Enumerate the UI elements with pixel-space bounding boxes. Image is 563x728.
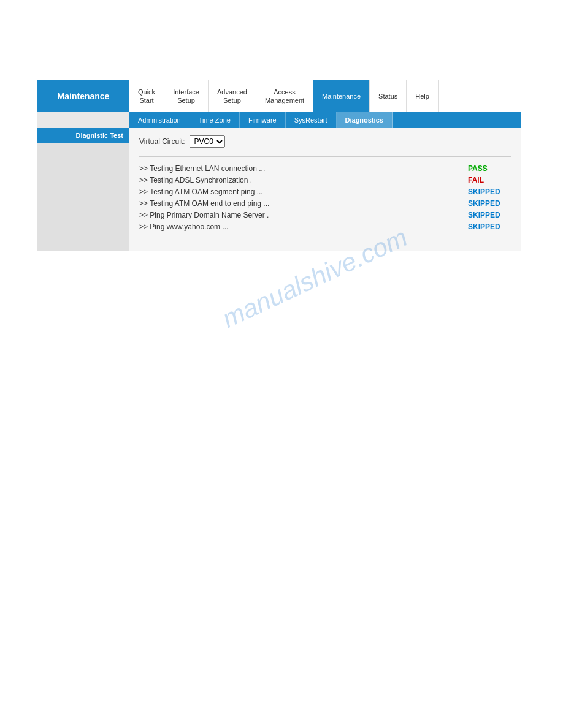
test-label-atm-end: >> Testing ATM OAM end to end ping ... bbox=[139, 199, 462, 208]
divider bbox=[139, 156, 511, 157]
nav-item-advanced-setup[interactable]: Advanced Setup bbox=[209, 80, 256, 112]
table-row: >> Testing ATM OAM segment ping ... SKIP… bbox=[139, 188, 511, 196]
virtual-circuit-row: Virtual Circuit: PVC0 PVC1 PVC2 PVC3 PVC… bbox=[139, 135, 511, 148]
table-row: >> Ping Primary Domain Name Server . SKI… bbox=[139, 211, 511, 219]
test-status-yahoo: SKIPPED bbox=[468, 222, 511, 231]
top-nav: Maintenance Quick Start Interface Setup … bbox=[37, 80, 521, 112]
table-row: >> Ping www.yahoo.com ... SKIPPED bbox=[139, 222, 511, 231]
test-label-dns: >> Ping Primary Domain Name Server . bbox=[139, 211, 462, 219]
subnav-sysrestart[interactable]: SysRestart bbox=[286, 112, 337, 128]
nav-item-status[interactable]: Status bbox=[370, 80, 407, 112]
table-row: >> Testing ATM OAM end to end ping ... S… bbox=[139, 199, 511, 208]
virtual-circuit-select[interactable]: PVC0 PVC1 PVC2 PVC3 PVC4 PVC5 PVC6 PVC7 bbox=[190, 135, 225, 148]
nav-items: Quick Start Interface Setup Advanced Set… bbox=[129, 80, 521, 112]
table-row: >> Testing ADSL Synchronization . FAIL bbox=[139, 176, 511, 184]
test-label-yahoo: >> Ping www.yahoo.com ... bbox=[139, 222, 462, 231]
test-label-adsl: >> Testing ADSL Synchronization . bbox=[139, 176, 462, 184]
test-label-atm-segment: >> Testing ATM OAM segment ping ... bbox=[139, 188, 462, 196]
subnav-diagnostics[interactable]: Diagnostics bbox=[337, 112, 393, 128]
nav-item-maintenance[interactable]: Maintenance bbox=[313, 80, 370, 112]
brand-label: Maintenance bbox=[37, 80, 129, 112]
test-status-dns: SKIPPED bbox=[468, 211, 511, 219]
subnav-firmware[interactable]: Firmware bbox=[240, 112, 286, 128]
main-content: Virtual Circuit: PVC0 PVC1 PVC2 PVC3 PVC… bbox=[129, 128, 521, 251]
test-status-atm-end: SKIPPED bbox=[468, 199, 511, 208]
nav-item-help[interactable]: Help bbox=[407, 80, 439, 112]
test-label-ethernet: >> Testing Ethernet LAN connection ... bbox=[139, 164, 462, 173]
subnav-time-zone[interactable]: Time Zone bbox=[190, 112, 240, 128]
sub-nav: Administration Time Zone Firmware SysRes… bbox=[129, 112, 521, 128]
nav-item-access-management[interactable]: Access Management bbox=[256, 80, 313, 112]
sidebar-item-diagnostic-test[interactable]: Diagnistic Test bbox=[37, 128, 129, 143]
sidebar: Diagnistic Test bbox=[37, 128, 129, 251]
table-row: >> Testing Ethernet LAN connection ... P… bbox=[139, 164, 511, 173]
test-results: >> Testing Ethernet LAN connection ... P… bbox=[139, 162, 511, 237]
virtual-circuit-label: Virtual Circuit: bbox=[139, 137, 185, 146]
router-ui: Maintenance Quick Start Interface Setup … bbox=[37, 80, 521, 251]
test-status-adsl: FAIL bbox=[468, 176, 511, 184]
nav-item-quick-start[interactable]: Quick Start bbox=[129, 80, 164, 112]
test-status-ethernet: PASS bbox=[468, 164, 511, 173]
nav-item-interface-setup[interactable]: Interface Setup bbox=[164, 80, 209, 112]
test-status-atm-segment: SKIPPED bbox=[468, 188, 511, 196]
subnav-administration[interactable]: Administration bbox=[129, 112, 190, 128]
content-area: Diagnistic Test Virtual Circuit: PVC0 PV… bbox=[37, 128, 521, 251]
